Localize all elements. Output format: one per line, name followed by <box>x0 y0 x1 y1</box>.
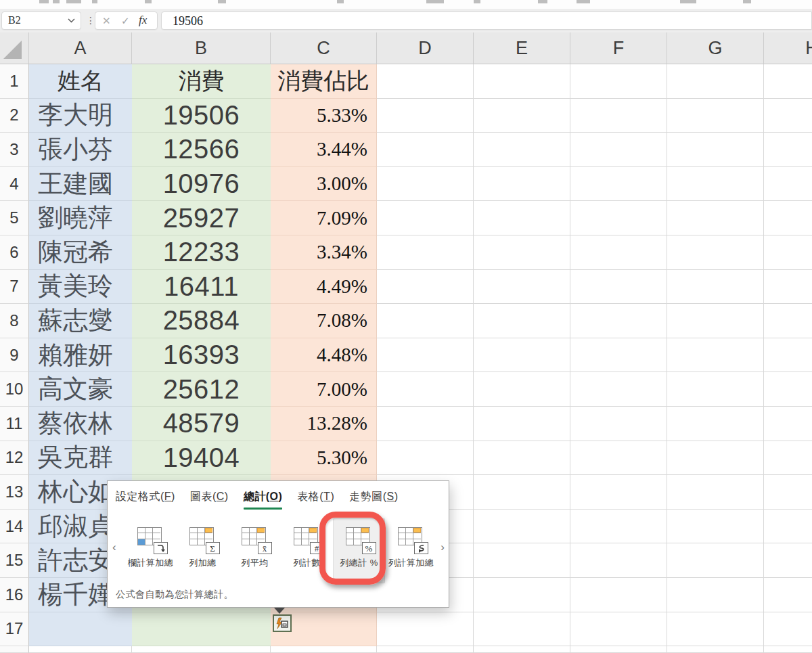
cell-H8[interactable] <box>764 304 812 338</box>
cell-H15[interactable] <box>764 543 812 578</box>
cell-F14[interactable] <box>570 510 667 544</box>
cell-B4[interactable]: 10976 <box>132 167 271 202</box>
cell-B6[interactable]: 12233 <box>132 235 271 270</box>
cell-G4[interactable] <box>667 167 764 202</box>
cell-H5[interactable] <box>764 201 812 235</box>
col-header-D[interactable]: D <box>377 32 474 64</box>
cell-B7[interactable]: 16411 <box>132 270 271 305</box>
cell-G15[interactable] <box>667 543 764 578</box>
cell-F5[interactable] <box>570 201 667 235</box>
cell-F10[interactable] <box>570 372 667 407</box>
col-header-H[interactable]: H <box>764 32 812 64</box>
row-header-3[interactable]: 3 <box>0 133 29 167</box>
cell-D6[interactable] <box>377 235 474 270</box>
cell-B12[interactable]: 19404 <box>132 441 271 476</box>
cell-H10[interactable] <box>764 372 812 407</box>
row-header-9[interactable]: 9 <box>0 338 29 373</box>
col-header-E[interactable]: E <box>474 32 570 64</box>
cell-G2[interactable] <box>667 99 764 133</box>
cell-B10[interactable]: 25612 <box>132 372 271 407</box>
cell-F18[interactable] <box>570 646 667 653</box>
quick-analysis-button[interactable] <box>273 614 292 632</box>
cell-A6[interactable]: 陳冠希 <box>29 235 132 270</box>
col-header-C[interactable]: C <box>271 32 377 64</box>
cell-D1[interactable] <box>377 64 474 99</box>
cell-F17[interactable] <box>570 612 667 647</box>
cell-H12[interactable] <box>764 441 812 476</box>
cell-A11[interactable]: 蔡依林 <box>29 407 132 441</box>
cell-B5[interactable]: 25927 <box>132 201 271 235</box>
cell-G16[interactable] <box>667 578 764 612</box>
tab-圖表[interactable]: 圖表(C) <box>190 490 229 510</box>
cell-D18[interactable] <box>377 646 474 653</box>
cell-H9[interactable] <box>764 338 812 373</box>
cell-B9[interactable]: 16393 <box>132 338 271 373</box>
cell-G14[interactable] <box>667 510 764 544</box>
select-all-button[interactable] <box>0 32 29 64</box>
cell-G1[interactable] <box>667 64 764 99</box>
cell-F8[interactable] <box>570 304 667 338</box>
cell-G12[interactable] <box>667 441 764 476</box>
cell-H1[interactable] <box>764 64 812 99</box>
cell-D12[interactable] <box>377 441 474 476</box>
cell-H14[interactable] <box>764 510 812 544</box>
cell-D2[interactable] <box>377 99 474 133</box>
cell-E1[interactable] <box>474 64 570 99</box>
cell-A2[interactable]: 李大明 <box>29 99 132 133</box>
qa-item-列加總[interactable]: Σ列加總 <box>177 518 229 583</box>
col-header-F[interactable]: F <box>570 32 667 64</box>
cell-E18[interactable] <box>474 646 570 653</box>
cell-E6[interactable] <box>474 235 570 270</box>
cell-E5[interactable] <box>474 201 570 235</box>
cell-D17[interactable] <box>377 612 474 647</box>
cell-G8[interactable] <box>667 304 764 338</box>
cell-H4[interactable] <box>764 167 812 202</box>
row-header-11[interactable]: 11 <box>0 407 29 441</box>
cell-C3[interactable]: 3.44% <box>271 133 377 167</box>
cancel-icon[interactable]: ✕ <box>102 15 111 27</box>
cell-G3[interactable] <box>667 133 764 167</box>
cell-G11[interactable] <box>667 407 764 441</box>
cell-E16[interactable] <box>474 578 570 612</box>
qa-item-列平均[interactable]: x̄列平均 <box>229 518 281 583</box>
scroll-left-icon[interactable]: ‹ <box>112 541 116 554</box>
tab-設定格式[interactable]: 設定格式(F) <box>116 490 175 510</box>
cell-H7[interactable] <box>764 270 812 305</box>
cell-F7[interactable] <box>570 270 667 305</box>
cell-F9[interactable] <box>570 338 667 373</box>
cell-H16[interactable] <box>764 578 812 612</box>
col-header-B[interactable]: B <box>132 32 271 64</box>
cell-H2[interactable] <box>764 99 812 133</box>
cell-C11[interactable]: 13.28% <box>271 407 377 441</box>
cell-A18[interactable] <box>29 646 132 653</box>
cell-C9[interactable]: 4.48% <box>271 338 377 373</box>
cell-F1[interactable] <box>570 64 667 99</box>
cell-C8[interactable]: 7.08% <box>271 304 377 338</box>
row-header-8[interactable]: 8 <box>0 304 29 338</box>
cell-B1[interactable]: 消費 <box>132 64 271 99</box>
qa-item-欄計算加總[interactable]: 欄計算加總 <box>125 518 177 583</box>
row-header-10[interactable]: 10 <box>0 372 29 407</box>
cell-H18[interactable] <box>764 646 812 653</box>
tab-走勢圖[interactable]: 走勢圖(S) <box>349 490 398 510</box>
cell-H11[interactable] <box>764 407 812 441</box>
cell-A8[interactable]: 蘇志燮 <box>29 304 132 338</box>
row-header-14[interactable]: 14 <box>0 510 29 544</box>
qa-item-列計算加總[interactable]: 列計算加總 <box>385 518 437 583</box>
cell-H3[interactable] <box>764 133 812 167</box>
cell-A12[interactable]: 吳克群 <box>29 441 132 476</box>
cell-B8[interactable]: 25884 <box>132 304 271 338</box>
cell-C10[interactable]: 7.00% <box>271 372 377 407</box>
cell-F13[interactable] <box>570 475 667 510</box>
cell-A10[interactable]: 高文豪 <box>29 372 132 407</box>
cell-F3[interactable] <box>570 133 667 167</box>
cell-F12[interactable] <box>570 441 667 476</box>
cell-F2[interactable] <box>570 99 667 133</box>
cell-C7[interactable]: 4.49% <box>271 270 377 305</box>
cell-D7[interactable] <box>377 270 474 305</box>
row-header-6[interactable]: 6 <box>0 235 29 270</box>
name-box[interactable]: B2 <box>1 12 81 30</box>
cell-H13[interactable] <box>764 475 812 510</box>
cell-D11[interactable] <box>377 407 474 441</box>
cell-E17[interactable] <box>474 612 570 647</box>
